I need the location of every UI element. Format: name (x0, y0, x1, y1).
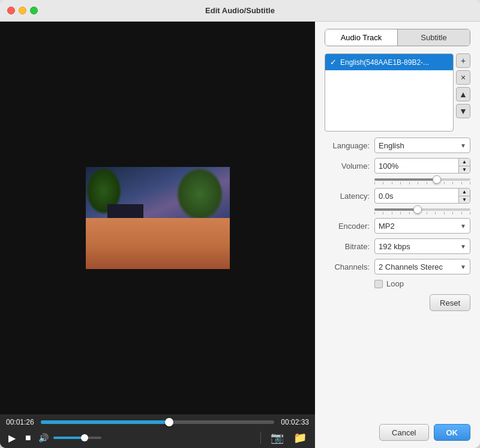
folder-button[interactable]: 📁 (291, 430, 309, 446)
tab-subtitle[interactable]: Subtitle (398, 29, 470, 46)
latency-control: 0.0s ▲ ▼ (374, 188, 470, 204)
window-title: Edit Audio/Subtitle (205, 6, 275, 15)
tick (461, 182, 462, 184)
volume-slider-row (374, 178, 470, 184)
maximize-button[interactable] (30, 7, 38, 14)
volume-up-button[interactable]: ▲ (459, 159, 470, 166)
encoder-value: MP2 (379, 222, 395, 231)
volume-icon: 🔊 (38, 433, 49, 443)
ok-button[interactable]: OK (434, 424, 471, 441)
latency-tick-marks (374, 212, 470, 214)
latency-down-button[interactable]: ▼ (459, 196, 470, 204)
minimize-button[interactable] (19, 7, 26, 14)
encoder-label: Encoder: (325, 222, 370, 231)
tick (470, 212, 470, 214)
latency-value: 0.0s (375, 192, 458, 201)
channels-label: Channels: (325, 262, 370, 271)
right-panel: Audio Track Subtitle ✓ English(548AAE1B-… (315, 22, 480, 448)
tick (418, 182, 418, 184)
track-item[interactable]: ✓ English(548AAE1B-89B2-... (325, 54, 453, 70)
tick (409, 212, 410, 214)
volume-thumb[interactable] (81, 434, 88, 441)
latency-up-button[interactable]: ▲ (459, 189, 470, 196)
tick (461, 212, 462, 214)
latency-slider-row (374, 208, 470, 214)
tick (374, 212, 375, 214)
tick (383, 182, 383, 184)
snapshot-button[interactable]: 📷 (268, 430, 286, 446)
latency-track-fill (374, 208, 418, 211)
volume-slider[interactable] (53, 437, 101, 439)
bitrate-arrow-icon: ▼ (460, 243, 466, 250)
progress-fill (41, 420, 169, 424)
loop-row: Loop (374, 279, 470, 288)
tab-audio-track[interactable]: Audio Track (325, 29, 398, 46)
volume-spinbox[interactable]: 100% ▲ ▼ (374, 158, 470, 174)
encoder-select[interactable]: MP2 ▼ (374, 218, 470, 234)
volume-label: Volume: (325, 162, 370, 171)
play-button[interactable]: ▶ (6, 431, 18, 445)
bitrate-label: Bitrate: (325, 242, 370, 251)
tick (392, 182, 392, 184)
encoder-control: MP2 ▼ (374, 218, 470, 234)
tick (427, 182, 427, 184)
latency-track[interactable] (374, 208, 470, 211)
volume-track-thumb[interactable] (433, 175, 441, 184)
traffic-lights (7, 7, 38, 14)
language-select[interactable]: English ▼ (374, 138, 470, 153)
bitrate-select[interactable]: 192 kbps ▼ (374, 238, 470, 254)
volume-control: 100% ▲ ▼ (374, 158, 470, 174)
stop-button[interactable]: ■ (23, 431, 34, 444)
form-section: Language: English ▼ Volume: 100% (325, 138, 470, 419)
tick (470, 182, 470, 184)
channels-value: 2 Channels Sterec (379, 262, 443, 271)
tick (427, 212, 427, 214)
move-down-button[interactable]: ▼ (456, 104, 470, 118)
language-arrow-icon: ▼ (460, 142, 466, 149)
close-button[interactable] (7, 7, 15, 14)
latency-track-thumb[interactable] (413, 205, 422, 214)
channels-row: Channels: 2 Channels Sterec ▼ (325, 259, 470, 274)
volume-track[interactable] (374, 178, 470, 181)
encoder-arrow-icon: ▼ (460, 223, 466, 229)
volume-fill (53, 437, 85, 439)
track-name: English(548AAE1B-89B2-... (340, 58, 429, 67)
add-track-button[interactable]: + (456, 53, 470, 68)
reset-area: Reset (325, 294, 470, 311)
latency-spinbox[interactable]: 0.0s ▲ ▼ (374, 188, 470, 204)
tick (400, 212, 401, 214)
title-bar: Edit Audio/Subtitle (0, 0, 480, 22)
language-control: English ▼ (374, 138, 470, 153)
track-list: ✓ English(548AAE1B-89B2-... (325, 53, 454, 132)
language-label: Language: (325, 141, 370, 150)
reset-button[interactable]: Reset (430, 294, 470, 311)
progress-thumb[interactable] (165, 418, 173, 426)
playback-row: ▶ ■ 🔊 📷 📁 (6, 430, 309, 446)
divider (260, 432, 261, 444)
tick (435, 212, 436, 214)
controls-bar: 00:01:26 00:02:33 ▶ ■ 🔊 (0, 414, 315, 448)
tick (374, 182, 375, 184)
encoder-row: Encoder: MP2 ▼ (325, 218, 470, 234)
track-list-buttons: + × ▲ ▼ (456, 53, 470, 132)
video-panel: 00:01:26 00:02:33 ▶ ■ 🔊 (0, 22, 315, 448)
main-content: 00:01:26 00:02:33 ▶ ■ 🔊 (0, 22, 480, 448)
loop-checkbox-box (374, 280, 383, 288)
tick (392, 212, 392, 214)
loop-label: Loop (386, 279, 404, 288)
move-up-button[interactable]: ▲ (456, 87, 470, 101)
volume-track-fill (374, 178, 437, 181)
channels-select[interactable]: 2 Channels Sterec ▼ (374, 259, 470, 274)
bottom-buttons: Cancel OK (325, 419, 470, 441)
volume-value: 100% (375, 162, 458, 171)
remove-track-button[interactable]: × (456, 70, 470, 85)
track-list-container: ✓ English(548AAE1B-89B2-... + × ▲ ▼ (325, 53, 470, 132)
progress-track[interactable] (41, 420, 274, 424)
tick (452, 182, 453, 184)
channels-control: 2 Channels Sterec ▼ (374, 259, 470, 274)
volume-down-button[interactable]: ▼ (459, 166, 470, 174)
language-value: English (379, 141, 404, 150)
loop-checkbox[interactable]: Loop (374, 279, 404, 288)
bitrate-row: Bitrate: 192 kbps ▼ (325, 238, 470, 254)
cancel-button[interactable]: Cancel (379, 424, 428, 441)
